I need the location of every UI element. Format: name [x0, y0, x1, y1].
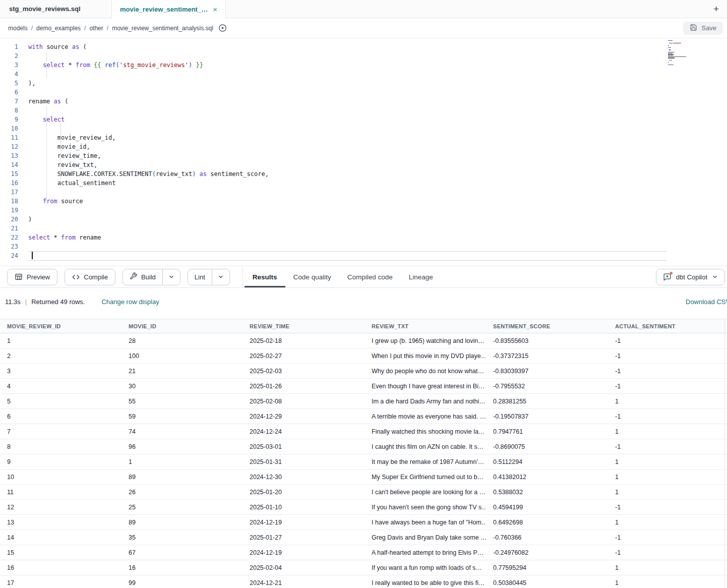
line-number: 16: [0, 179, 22, 188]
cell-actual_sentiment: 1: [608, 428, 727, 435]
table-row[interactable]: 1282025-02-18I grew up (b. 1965) watchin…: [0, 333, 727, 348]
table-row[interactable]: 17992024-12-21I really wanted to be able…: [0, 575, 727, 588]
close-tab-icon[interactable]: ×: [213, 6, 217, 13]
cell-movie_review_id: 2: [0, 352, 122, 360]
tab-lineage[interactable]: Lineage: [401, 266, 441, 287]
line-number: 8: [0, 106, 22, 115]
table-row[interactable]: 21002025-02-27When I put this movie in m…: [0, 348, 727, 364]
tab-code-quality[interactable]: Code quality: [285, 266, 339, 287]
copilot-sparkle-icon[interactable]: [218, 24, 227, 33]
table-row[interactable]: 10892024-12-30My Super Ex Girlfriend tur…: [0, 469, 727, 485]
table-row[interactable]: 912025-01-31It may be the remake of 1987…: [0, 454, 727, 469]
cell-actual_sentiment: -1: [608, 443, 727, 450]
code-line: 19: [0, 206, 727, 215]
cell-sentiment_score: -0.37372315: [486, 352, 608, 360]
cell-movie_id: 89: [122, 519, 243, 526]
change-row-display-link[interactable]: Change row display: [101, 298, 159, 306]
cell-review_time: 2025-02-04: [243, 564, 365, 571]
build-label: Build: [141, 273, 156, 281]
preview-button[interactable]: Preview: [7, 269, 57, 285]
line-number: 15: [0, 169, 22, 179]
cell-review_txt: Why do people who do not know what…: [365, 368, 486, 375]
line-number: 20: [0, 215, 22, 224]
cell-review_time: 2025-03-01: [243, 443, 365, 450]
table-row[interactable]: 5552025-02-08Im a die hard Dads Army fan…: [0, 394, 727, 409]
line-number: 12: [0, 142, 22, 151]
table-row[interactable]: 16162025-02-04If you want a fun romp wit…: [0, 560, 727, 575]
cell-actual_sentiment: -1: [608, 368, 727, 375]
table-row[interactable]: 6592024-12-29A terrible movie as everyon…: [0, 409, 727, 424]
tab-compiled-code[interactable]: Compiled code: [339, 266, 401, 287]
lint-button[interactable]: Lint: [188, 269, 212, 285]
breadcrumb-separator: /: [107, 25, 108, 32]
table-row[interactable]: 15672024-12-19A half-hearted attempt to …: [0, 545, 727, 560]
cell-review_txt: Even though I have great interest in Bi…: [365, 383, 486, 390]
cell-actual_sentiment: 1: [608, 564, 727, 571]
cell-movie_id: 74: [122, 428, 243, 435]
table-row[interactable]: 7742024-12-24Finally watched this shocki…: [0, 424, 727, 439]
cell-review_time: 2025-01-26: [243, 383, 365, 390]
save-button[interactable]: Save: [683, 22, 723, 35]
cell-review_txt: Finally watched this shocking movie la…: [365, 428, 486, 435]
cell-sentiment_score: -0.83039397: [486, 368, 608, 375]
breadcrumb: models / demo_examples / other / movie_r…: [8, 25, 213, 32]
elapsed-time: 11.3s: [5, 298, 21, 306]
code-line: 5),: [0, 79, 727, 88]
code-line: 8: [0, 106, 727, 115]
compile-label: Compile: [84, 273, 108, 281]
code-line: 9 select: [0, 115, 727, 124]
line-number: 23: [0, 242, 22, 251]
dbt-copilot-button[interactable]: dbt Copilot: [656, 269, 725, 285]
cell-movie_id: 35: [122, 534, 243, 541]
cell-actual_sentiment: -1: [608, 337, 727, 344]
tab-stg-movie-reviews[interactable]: stg_movie_reviews.sql: [0, 0, 112, 18]
table-row[interactable]: 12252025-01-10If you haven't seen the go…: [0, 500, 727, 515]
cell-review_time: 2025-02-08: [243, 398, 365, 405]
cell-review_txt: It may be the remake of 1987 Autumn'…: [365, 458, 486, 465]
cell-movie_id: 1: [122, 458, 243, 465]
build-button[interactable]: Build: [123, 269, 162, 285]
editor-minimap[interactable]: [668, 40, 708, 68]
table-row[interactable]: 3212025-02-03Why do people who do not kn…: [0, 364, 727, 379]
cell-movie_id: 28: [122, 337, 243, 344]
cell-movie_review_id: 7: [0, 428, 122, 435]
returned-rows-text: Returned 49 rows.: [31, 298, 85, 306]
code-editor[interactable]: 1with source as (23 select * from {{ ref…: [0, 38, 727, 266]
cell-review_time: 2024-12-19: [243, 519, 365, 526]
table-row[interactable]: 8962025-03-01I caught this film on AZN o…: [0, 439, 727, 454]
cell-actual_sentiment: 1: [608, 579, 727, 586]
line-number: 10: [0, 124, 22, 133]
table-row[interactable]: 13892024-12-19I have always been a huge …: [0, 515, 727, 530]
cell-sentiment_score: -0.8690075: [486, 443, 608, 450]
cell-actual_sentiment: 1: [608, 458, 727, 465]
result-tabs: Results Code quality Compiled code Linea…: [243, 266, 441, 287]
cell-review_txt: If you want a fun romp with loads of s…: [365, 564, 486, 571]
line-number: 11: [0, 133, 22, 142]
build-dropdown-button[interactable]: [162, 269, 180, 285]
compile-button[interactable]: Compile: [65, 269, 115, 285]
tab-label: movie_review_sentiment_…: [120, 6, 208, 13]
line-number: 24: [0, 251, 22, 260]
col-review-time: REVIEW_TIME: [243, 323, 365, 329]
code-line: 7rename as (: [0, 97, 727, 106]
table-row[interactable]: 4302025-01-26Even though I have great in…: [0, 379, 727, 394]
table-row[interactable]: 11262025-01-20I can't believe people are…: [0, 485, 727, 500]
cell-review_time: 2025-02-18: [243, 337, 365, 344]
cell-movie_review_id: 3: [0, 368, 122, 375]
tab-results[interactable]: Results: [245, 266, 285, 287]
cell-movie_review_id: 11: [0, 489, 122, 496]
table-row[interactable]: 14352025-01-27Greg Davis and Bryan Daly …: [0, 530, 727, 545]
cell-sentiment_score: 0.5388032: [486, 489, 608, 496]
active-line-border: [28, 251, 667, 252]
cell-movie_id: 16: [122, 564, 243, 571]
cell-review_time: 2025-02-03: [243, 368, 365, 375]
active-line-border: [28, 260, 667, 261]
tab-movie-review-sentiment[interactable]: movie_review_sentiment_… ×: [112, 0, 226, 18]
line-number: 2: [0, 51, 22, 61]
new-tab-button[interactable]: +: [709, 0, 723, 18]
results-table: MOVIE_REVIEW_ID MOVIE_ID REVIEW_TIME REV…: [0, 319, 727, 588]
lint-dropdown-button[interactable]: [212, 269, 229, 285]
table-header-row: MOVIE_REVIEW_ID MOVIE_ID REVIEW_TIME REV…: [0, 319, 727, 333]
line-number: 5: [0, 79, 22, 88]
download-csv-link[interactable]: Download CSV: [686, 298, 727, 306]
